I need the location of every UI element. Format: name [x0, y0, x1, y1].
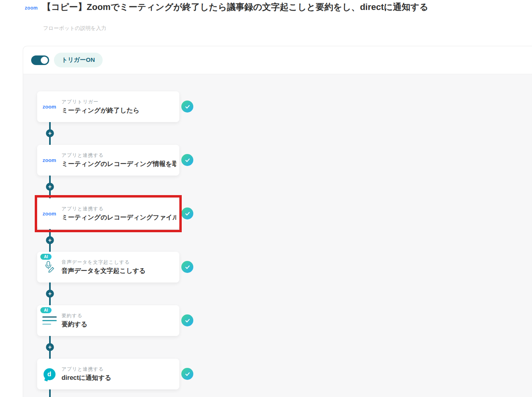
- zoom-logo-icon: zoom: [43, 104, 56, 110]
- check-icon: [181, 207, 193, 219]
- step-title: 音声データを文字起こしする: [62, 267, 176, 275]
- zoom-logo-icon: zoom: [43, 157, 56, 163]
- ai-badge: AI: [40, 254, 52, 260]
- step-title: ミーティングのレコーディングファイル…: [62, 213, 176, 222]
- step-icon-zone: zoom: [37, 104, 62, 110]
- panel-header: トリガーON: [23, 46, 532, 74]
- step-icon-zone: [37, 261, 62, 274]
- connector: +: [37, 229, 179, 252]
- step-category-label: アプリトリガー: [62, 99, 176, 105]
- step-title: ミーティングのレコーディング情報を取得: [62, 160, 176, 168]
- zoom-app-icon: zoom: [25, 5, 38, 11]
- step-texts: アプリと連携する ミーティングのレコーディング情報を取得: [62, 152, 179, 168]
- connector-line: [49, 389, 51, 397]
- connector: +: [37, 122, 179, 145]
- step-category-label: 音声データを文字起こしする: [62, 259, 176, 266]
- flow-step[interactable]: zoom アプリトリガー ミーティングが終了したら: [37, 91, 179, 122]
- microphone-pencil-icon: [44, 261, 55, 274]
- step-icon-zone: [37, 316, 62, 325]
- flow-step[interactable]: d アプリと連携する directに通知する: [37, 359, 179, 389]
- flow-column: zoom アプリトリガー ミーティングが終了したら + zoom アプリと連携す…: [37, 91, 179, 397]
- flow-step[interactable]: 音声データを文字起こしする 音声データを文字起こしする AI: [37, 252, 179, 282]
- direct-logo-icon: d: [44, 368, 56, 380]
- page-title: 【コピー】Zoomでミーティングが終了したら議事録の文字起こしと要約をし、dir…: [42, 1, 429, 13]
- step-card[interactable]: 音声データを文字起こしする 音声データを文字起こしする AI: [37, 252, 179, 282]
- add-step-button[interactable]: +: [46, 129, 54, 137]
- flow-step[interactable]: zoom アプリと連携する ミーティングのレコーディングファイル…: [37, 198, 179, 229]
- check-icon: [181, 368, 193, 380]
- add-step-button[interactable]: +: [46, 290, 54, 298]
- add-step-button[interactable]: +: [46, 183, 54, 191]
- connector: +: [37, 282, 179, 305]
- step-texts: 要約する 要約する: [62, 312, 179, 329]
- step-texts: 音声データを文字起こしする 音声データを文字起こしする: [62, 259, 179, 275]
- flow-step[interactable]: zoom アプリと連携する ミーティングのレコーディング情報を取得: [37, 145, 179, 176]
- step-card[interactable]: 要約する 要約する AI: [37, 305, 179, 336]
- zoom-logo-icon: zoom: [43, 211, 56, 217]
- check-icon: [181, 314, 193, 326]
- step-icon-zone: d: [37, 368, 62, 380]
- connector-tail: [37, 389, 179, 397]
- connector: +: [37, 336, 179, 359]
- step-texts: アプリと連携する directに通知する: [62, 366, 179, 382]
- step-title: 要約する: [62, 320, 176, 329]
- trigger-toggle[interactable]: [31, 55, 49, 65]
- step-category-label: アプリと連携する: [62, 366, 176, 373]
- ai-badge: AI: [40, 307, 52, 313]
- step-card[interactable]: zoom アプリと連携する ミーティングのレコーディング情報を取得: [37, 145, 179, 176]
- toggle-knob-icon: [41, 57, 48, 64]
- step-category-label: 要約する: [62, 312, 176, 319]
- flow-step[interactable]: 要約する 要約する AI: [37, 305, 179, 336]
- flowbot-description-input[interactable]: フローボットの説明を入力: [43, 25, 106, 32]
- summary-lines-icon: [42, 316, 57, 325]
- step-card[interactable]: d アプリと連携する directに通知する: [37, 359, 179, 389]
- check-icon: [181, 101, 193, 113]
- connector: +: [37, 176, 179, 198]
- step-title: directに通知する: [62, 374, 176, 382]
- step-card[interactable]: zoom アプリトリガー ミーティングが終了したら: [37, 91, 179, 122]
- add-step-button[interactable]: +: [46, 343, 54, 351]
- add-step-button[interactable]: +: [46, 236, 54, 244]
- step-title: ミーティングが終了したら: [62, 107, 176, 115]
- step-texts: アプリと連携する ミーティングのレコーディングファイル…: [62, 205, 179, 222]
- trigger-status-badge: トリガーON: [54, 53, 103, 67]
- check-icon: [181, 154, 193, 166]
- check-icon: [181, 261, 193, 273]
- step-category-label: アプリと連携する: [62, 205, 176, 212]
- step-card[interactable]: zoom アプリと連携する ミーティングのレコーディングファイル…: [37, 198, 179, 229]
- step-icon-zone: zoom: [37, 157, 62, 163]
- flowbot-panel: トリガーON zoom アプリトリガー ミーティングが終了したら + zoom …: [23, 46, 532, 397]
- step-category-label: アプリと連携する: [62, 152, 176, 159]
- step-texts: アプリトリガー ミーティングが終了したら: [62, 99, 179, 115]
- step-icon-zone: zoom: [37, 211, 62, 217]
